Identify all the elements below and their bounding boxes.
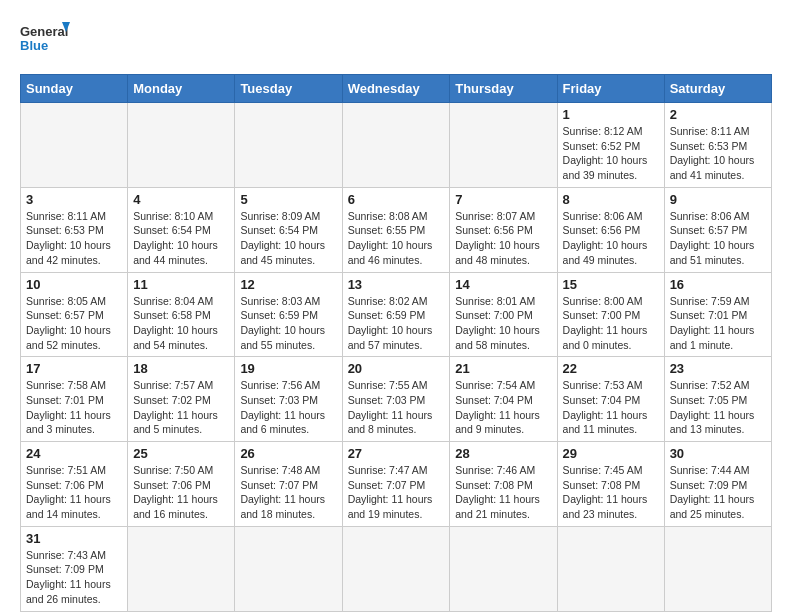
day-number: 9 <box>670 192 766 207</box>
day-info: Sunrise: 7:47 AMSunset: 7:07 PMDaylight:… <box>348 463 445 522</box>
day-cell: 15Sunrise: 8:00 AMSunset: 7:00 PMDayligh… <box>557 272 664 357</box>
day-number: 21 <box>455 361 551 376</box>
day-cell: 5Sunrise: 8:09 AMSunset: 6:54 PMDaylight… <box>235 187 342 272</box>
day-cell: 4Sunrise: 8:10 AMSunset: 6:54 PMDaylight… <box>128 187 235 272</box>
day-info: Sunrise: 8:11 AMSunset: 6:53 PMDaylight:… <box>26 209 122 268</box>
day-cell: 26Sunrise: 7:48 AMSunset: 7:07 PMDayligh… <box>235 442 342 527</box>
day-number: 2 <box>670 107 766 122</box>
day-number: 14 <box>455 277 551 292</box>
day-cell: 2Sunrise: 8:11 AMSunset: 6:53 PMDaylight… <box>664 103 771 188</box>
day-info: Sunrise: 8:06 AMSunset: 6:56 PMDaylight:… <box>563 209 659 268</box>
day-info: Sunrise: 7:50 AMSunset: 7:06 PMDaylight:… <box>133 463 229 522</box>
day-info: Sunrise: 8:04 AMSunset: 6:58 PMDaylight:… <box>133 294 229 353</box>
day-number: 19 <box>240 361 336 376</box>
day-info: Sunrise: 8:05 AMSunset: 6:57 PMDaylight:… <box>26 294 122 353</box>
day-number: 18 <box>133 361 229 376</box>
day-cell <box>450 526 557 611</box>
day-info: Sunrise: 7:44 AMSunset: 7:09 PMDaylight:… <box>670 463 766 522</box>
day-cell: 11Sunrise: 8:04 AMSunset: 6:58 PMDayligh… <box>128 272 235 357</box>
day-number: 15 <box>563 277 659 292</box>
week-row-6: 31Sunrise: 7:43 AMSunset: 7:09 PMDayligh… <box>21 526 772 611</box>
day-info: Sunrise: 7:55 AMSunset: 7:03 PMDaylight:… <box>348 378 445 437</box>
day-cell <box>235 526 342 611</box>
day-cell: 23Sunrise: 7:52 AMSunset: 7:05 PMDayligh… <box>664 357 771 442</box>
day-cell: 16Sunrise: 7:59 AMSunset: 7:01 PMDayligh… <box>664 272 771 357</box>
day-cell: 9Sunrise: 8:06 AMSunset: 6:57 PMDaylight… <box>664 187 771 272</box>
day-cell: 24Sunrise: 7:51 AMSunset: 7:06 PMDayligh… <box>21 442 128 527</box>
day-number: 4 <box>133 192 229 207</box>
day-cell: 14Sunrise: 8:01 AMSunset: 7:00 PMDayligh… <box>450 272 557 357</box>
day-cell <box>342 103 450 188</box>
day-number: 30 <box>670 446 766 461</box>
day-cell: 8Sunrise: 8:06 AMSunset: 6:56 PMDaylight… <box>557 187 664 272</box>
day-info: Sunrise: 8:09 AMSunset: 6:54 PMDaylight:… <box>240 209 336 268</box>
day-info: Sunrise: 8:02 AMSunset: 6:59 PMDaylight:… <box>348 294 445 353</box>
day-header-sunday: Sunday <box>21 75 128 103</box>
day-info: Sunrise: 7:43 AMSunset: 7:09 PMDaylight:… <box>26 548 122 607</box>
day-number: 29 <box>563 446 659 461</box>
day-info: Sunrise: 7:53 AMSunset: 7:04 PMDaylight:… <box>563 378 659 437</box>
day-info: Sunrise: 7:56 AMSunset: 7:03 PMDaylight:… <box>240 378 336 437</box>
day-number: 28 <box>455 446 551 461</box>
day-info: Sunrise: 7:45 AMSunset: 7:08 PMDaylight:… <box>563 463 659 522</box>
day-number: 13 <box>348 277 445 292</box>
day-number: 27 <box>348 446 445 461</box>
day-info: Sunrise: 7:48 AMSunset: 7:07 PMDaylight:… <box>240 463 336 522</box>
logo-svg: General Blue <box>20 20 70 64</box>
day-header-saturday: Saturday <box>664 75 771 103</box>
day-cell: 12Sunrise: 8:03 AMSunset: 6:59 PMDayligh… <box>235 272 342 357</box>
day-info: Sunrise: 8:10 AMSunset: 6:54 PMDaylight:… <box>133 209 229 268</box>
week-row-5: 24Sunrise: 7:51 AMSunset: 7:06 PMDayligh… <box>21 442 772 527</box>
day-number: 26 <box>240 446 336 461</box>
day-cell: 19Sunrise: 7:56 AMSunset: 7:03 PMDayligh… <box>235 357 342 442</box>
day-header-monday: Monday <box>128 75 235 103</box>
day-number: 5 <box>240 192 336 207</box>
day-cell: 1Sunrise: 8:12 AMSunset: 6:52 PMDaylight… <box>557 103 664 188</box>
day-info: Sunrise: 8:07 AMSunset: 6:56 PMDaylight:… <box>455 209 551 268</box>
day-cell: 18Sunrise: 7:57 AMSunset: 7:02 PMDayligh… <box>128 357 235 442</box>
page-header: General Blue <box>20 20 772 64</box>
svg-text:General: General <box>20 24 68 39</box>
day-number: 16 <box>670 277 766 292</box>
day-info: Sunrise: 8:01 AMSunset: 7:00 PMDaylight:… <box>455 294 551 353</box>
day-number: 24 <box>26 446 122 461</box>
day-number: 6 <box>348 192 445 207</box>
day-info: Sunrise: 8:03 AMSunset: 6:59 PMDaylight:… <box>240 294 336 353</box>
day-info: Sunrise: 7:57 AMSunset: 7:02 PMDaylight:… <box>133 378 229 437</box>
day-cell: 20Sunrise: 7:55 AMSunset: 7:03 PMDayligh… <box>342 357 450 442</box>
day-cell <box>235 103 342 188</box>
day-header-thursday: Thursday <box>450 75 557 103</box>
day-cell: 3Sunrise: 8:11 AMSunset: 6:53 PMDaylight… <box>21 187 128 272</box>
week-row-2: 3Sunrise: 8:11 AMSunset: 6:53 PMDaylight… <box>21 187 772 272</box>
day-cell: 25Sunrise: 7:50 AMSunset: 7:06 PMDayligh… <box>128 442 235 527</box>
day-cell <box>342 526 450 611</box>
day-cell: 22Sunrise: 7:53 AMSunset: 7:04 PMDayligh… <box>557 357 664 442</box>
day-cell: 28Sunrise: 7:46 AMSunset: 7:08 PMDayligh… <box>450 442 557 527</box>
day-info: Sunrise: 7:46 AMSunset: 7:08 PMDaylight:… <box>455 463 551 522</box>
day-cell <box>128 103 235 188</box>
day-info: Sunrise: 8:11 AMSunset: 6:53 PMDaylight:… <box>670 124 766 183</box>
day-cell: 27Sunrise: 7:47 AMSunset: 7:07 PMDayligh… <box>342 442 450 527</box>
day-number: 23 <box>670 361 766 376</box>
day-cell <box>664 526 771 611</box>
day-cell <box>21 103 128 188</box>
day-header-wednesday: Wednesday <box>342 75 450 103</box>
day-cell: 10Sunrise: 8:05 AMSunset: 6:57 PMDayligh… <box>21 272 128 357</box>
day-info: Sunrise: 7:58 AMSunset: 7:01 PMDaylight:… <box>26 378 122 437</box>
day-cell: 21Sunrise: 7:54 AMSunset: 7:04 PMDayligh… <box>450 357 557 442</box>
day-cell <box>450 103 557 188</box>
day-info: Sunrise: 7:52 AMSunset: 7:05 PMDaylight:… <box>670 378 766 437</box>
day-cell: 30Sunrise: 7:44 AMSunset: 7:09 PMDayligh… <box>664 442 771 527</box>
svg-text:Blue: Blue <box>20 38 48 53</box>
day-number: 22 <box>563 361 659 376</box>
day-info: Sunrise: 8:12 AMSunset: 6:52 PMDaylight:… <box>563 124 659 183</box>
day-number: 20 <box>348 361 445 376</box>
logo: General Blue <box>20 20 70 64</box>
day-info: Sunrise: 8:08 AMSunset: 6:55 PMDaylight:… <box>348 209 445 268</box>
day-number: 17 <box>26 361 122 376</box>
day-info: Sunrise: 7:51 AMSunset: 7:06 PMDaylight:… <box>26 463 122 522</box>
day-number: 31 <box>26 531 122 546</box>
day-info: Sunrise: 7:54 AMSunset: 7:04 PMDaylight:… <box>455 378 551 437</box>
week-row-4: 17Sunrise: 7:58 AMSunset: 7:01 PMDayligh… <box>21 357 772 442</box>
day-header-friday: Friday <box>557 75 664 103</box>
